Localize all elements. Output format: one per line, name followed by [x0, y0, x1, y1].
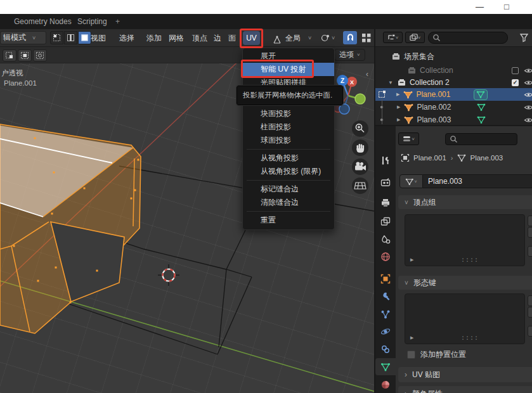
- panel-header-vertex-groups[interactable]: ˅ 顶点组: [398, 195, 532, 209]
- gizmo-axis-neg-z-ball[interactable]: [339, 104, 349, 114]
- collection-exclude-checkbox[interactable]: ✓: [512, 79, 519, 86]
- viewport-nav-buttons[interactable]: [352, 120, 368, 194]
- menu-item-clear-seam[interactable]: 清除缝合边: [243, 196, 334, 209]
- menu-item-mark-seam[interactable]: 标记缝合边: [243, 183, 334, 196]
- tab-output[interactable]: [375, 194, 396, 211]
- select-mode-vertex-button[interactable]: [50, 31, 63, 44]
- tab-material[interactable]: [375, 376, 396, 393]
- breadcrumb-object[interactable]: Plane.001: [413, 154, 446, 162]
- mesh-object-icon: [403, 91, 413, 99]
- tab-modifiers[interactable]: [375, 288, 396, 305]
- panel-header-color-attributes[interactable]: › 颜色属性: [398, 386, 532, 393]
- select-mode-face-button[interactable]: [78, 31, 91, 44]
- datablock-type-dropdown[interactable]: ˅: [399, 174, 423, 188]
- outliner-filter-button[interactable]: [519, 33, 529, 45]
- properties-filter-dropdown[interactable]: ˅: [398, 132, 419, 145]
- tab-scene[interactable]: [375, 231, 396, 248]
- tool-select-circle-button[interactable]: [33, 49, 47, 61]
- tab-constraints[interactable]: [375, 340, 396, 358]
- breadcrumb-data[interactable]: Plane.003: [470, 154, 503, 162]
- shape-keys-list[interactable]: ▶ ::::: [405, 293, 525, 344]
- menu-item-project-from-view-bounds[interactable]: 从视角投影 (限界): [243, 165, 334, 178]
- menu-vertex[interactable]: 顶点: [192, 29, 207, 47]
- sidebar-collapse-arrow[interactable]: ‹: [366, 70, 368, 79]
- menu-item-sphere-projection[interactable]: 球面投影: [243, 134, 334, 147]
- vertex-group-add-button[interactable]: [528, 216, 532, 226]
- tab-render[interactable]: [375, 174, 396, 191]
- outliner-row-scene-collection[interactable]: 场景集合: [375, 50, 532, 63]
- datablock-name-input[interactable]: Plane.003: [423, 174, 532, 188]
- add-workspace-button[interactable]: +: [109, 14, 126, 29]
- properties-search-input[interactable]: [445, 133, 517, 145]
- select-mode-edge-button[interactable]: [64, 31, 77, 44]
- outliner-row-plane-002[interactable]: ▶ Plane.002: [375, 101, 532, 113]
- tool-tweak-button[interactable]: [3, 49, 16, 61]
- shape-key-add-button[interactable]: [528, 295, 532, 306]
- gizmo-axis-y-ball[interactable]: [355, 94, 365, 104]
- resize-grip[interactable]: ::::: [461, 256, 479, 263]
- mode-dropdown[interactable]: 辑模式 ˅: [0, 31, 46, 44]
- outliner-row-collection[interactable]: Collection: [375, 64, 532, 77]
- maximize-button[interactable]: □: [504, 0, 509, 14]
- tab-physics[interactable]: [375, 323, 396, 340]
- disclosure-right-icon[interactable]: ▶: [410, 257, 413, 262]
- outliner-row-collection-2[interactable]: ▼ Collection 2 ✓: [375, 76, 532, 89]
- tab-particles[interactable]: [375, 306, 396, 323]
- mesh-data-icon[interactable]: [477, 103, 486, 111]
- workspace-tab-geometry-nodes[interactable]: Geometry Nodes: [8, 14, 78, 29]
- tab-view-layer[interactable]: [375, 213, 396, 230]
- eye-icon[interactable]: [524, 79, 532, 86]
- disclosure-right-icon[interactable]: ▶: [410, 335, 413, 340]
- workspace-tab-scripting[interactable]: Scripting: [71, 14, 114, 29]
- vertex-groups-list[interactable]: ▶ ::::: [405, 214, 525, 266]
- disclosure-right-icon[interactable]: ▶: [397, 117, 400, 122]
- menu-face[interactable]: 面: [228, 29, 236, 47]
- tab-object[interactable]: [375, 270, 396, 287]
- add-rest-position-checkbox[interactable]: [407, 351, 415, 359]
- menu-item-cube-projection[interactable]: 块面投影: [243, 107, 334, 120]
- resize-grip[interactable]: ::::: [461, 334, 479, 341]
- pivot-point-dropdown[interactable]: [321, 34, 330, 45]
- tool-select-box-button[interactable]: [18, 49, 32, 61]
- menu-add[interactable]: 添加: [146, 29, 162, 47]
- zoom-button[interactable]: [352, 120, 368, 137]
- vertex-group-specials-button[interactable]: [528, 246, 532, 257]
- mesh-data-icon-active[interactable]: [474, 89, 488, 100]
- menu-view[interactable]: 视图: [91, 29, 106, 47]
- eye-icon[interactable]: [524, 67, 532, 74]
- snap-toggle-button[interactable]: [343, 31, 357, 44]
- tab-tool[interactable]: [375, 151, 396, 169]
- eye-icon[interactable]: [524, 117, 532, 124]
- disclosure-right-icon[interactable]: ▶: [397, 105, 400, 110]
- outliner-display-mode-dropdown[interactable]: ˅: [383, 32, 403, 43]
- shape-key-specials-button[interactable]: [528, 326, 532, 337]
- tab-world[interactable]: [375, 248, 396, 265]
- orientation-label[interactable]: 全局: [285, 29, 301, 47]
- eye-icon[interactable]: [524, 104, 532, 111]
- menu-item-project-from-view[interactable]: 从视角投影: [243, 151, 334, 165]
- cursor-3d: [158, 264, 179, 286]
- shape-key-remove-button[interactable]: [528, 307, 532, 318]
- disclosure-down-icon[interactable]: ▼: [388, 80, 393, 86]
- menu-item-reset[interactable]: 重置: [243, 214, 334, 227]
- disclosure-right-icon[interactable]: ▶: [396, 92, 399, 97]
- mesh-data-icon[interactable]: [477, 116, 486, 124]
- options-dropdown[interactable]: 选项 ˅: [334, 49, 365, 61]
- tab-object-data[interactable]: [375, 358, 396, 375]
- vertex-group-remove-button[interactable]: [528, 227, 532, 238]
- menu-mesh[interactable]: 网格: [169, 29, 184, 47]
- collection-exclude-checkbox[interactable]: [512, 67, 519, 74]
- outliner-row-plane-003[interactable]: ▶ Plane.003: [375, 113, 532, 126]
- minimize-button[interactable]: —: [476, 0, 484, 14]
- panel-header-uv-maps[interactable]: › UV 贴图: [398, 367, 532, 382]
- outliner-filter-type-dropdown[interactable]: ˅: [405, 32, 425, 43]
- outliner-search-input[interactable]: [428, 32, 508, 44]
- outliner-row-plane-001[interactable]: ▶ Plane.001: [375, 88, 532, 101]
- eye-icon[interactable]: [524, 91, 532, 98]
- proportional-edit-button[interactable]: [361, 33, 372, 46]
- menu-item-cylinder-projection[interactable]: 柱面投影: [243, 120, 334, 134]
- menu-edge[interactable]: 边: [214, 29, 221, 47]
- orientation-dropdown[interactable]: [273, 34, 282, 45]
- menu-select[interactable]: 选择: [119, 29, 134, 47]
- panel-header-shape-keys[interactable]: ˅ 形态键: [398, 276, 532, 290]
